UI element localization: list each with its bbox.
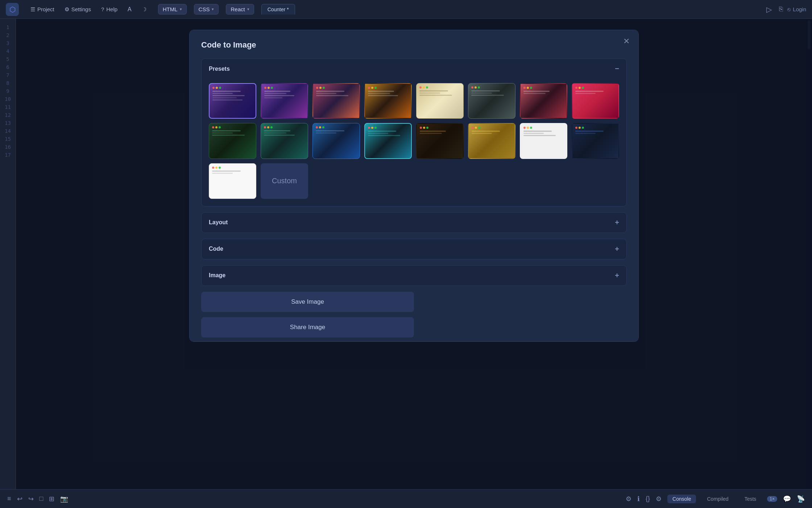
line-10: 10: [0, 95, 16, 103]
bottom-right: ⚙ ℹ {} ⚙ Console Compiled Tests 1× 💬 📡: [626, 495, 805, 503]
preset-card-9[interactable]: [209, 123, 256, 159]
code-header[interactable]: Code +: [202, 239, 626, 259]
presets-section: Presets −: [201, 58, 627, 206]
nav-project[interactable]: ☰ Project: [26, 4, 59, 15]
code-label: Code: [209, 246, 223, 252]
preset-preview-4: [368, 87, 408, 115]
presets-header[interactable]: Presets −: [202, 59, 626, 79]
preset-preview-5: [419, 86, 460, 115]
save-image-button[interactable]: Save Image: [201, 292, 414, 312]
preset-card-13[interactable]: [416, 123, 464, 159]
line-11: 11: [0, 103, 16, 111]
code-section: Code +: [201, 239, 627, 259]
preset-card-12[interactable]: [364, 123, 412, 159]
line-8: 8: [0, 79, 16, 87]
login-icon: ⎋: [787, 6, 791, 12]
preset-preview-2: [264, 87, 304, 115]
compiled-tab[interactable]: Compiled: [702, 495, 733, 503]
preset-preview-7: [523, 87, 564, 115]
share-button[interactable]: ⎘: [779, 5, 783, 13]
broadcast-icon[interactable]: 📡: [797, 495, 805, 503]
preset-card-2[interactable]: [261, 83, 308, 119]
app-logo[interactable]: ⬡: [6, 3, 19, 16]
preset-preview-13: [420, 127, 460, 155]
chat-icon[interactable]: 💬: [783, 495, 791, 503]
preset-card-17[interactable]: [209, 163, 256, 199]
preset-card-3[interactable]: [312, 83, 360, 119]
preset-preview-14: [472, 127, 512, 155]
html-arrow-icon: ▾: [180, 7, 182, 12]
preset-preview-3: [316, 87, 356, 115]
gear-icon[interactable]: ⚙: [656, 495, 662, 503]
image-section: Image +: [201, 265, 627, 286]
console-tab[interactable]: Console: [667, 495, 696, 503]
presets-grid: Custom: [202, 79, 626, 206]
layout-toggle-icon: +: [615, 218, 619, 227]
preset-preview-1: [212, 87, 253, 115]
top-bar-right: ▷ ⎘ ⎋ Login: [763, 4, 806, 15]
settings-small-icon[interactable]: ⚙: [626, 495, 631, 503]
layout-header[interactable]: Layout +: [202, 213, 626, 233]
line-14: 14: [0, 127, 16, 135]
nav-translate[interactable]: A: [123, 4, 136, 15]
line-9: 9: [0, 87, 16, 95]
braces-icon[interactable]: {}: [646, 495, 650, 503]
line-15: 15: [0, 135, 16, 143]
line-13: 13: [0, 119, 16, 127]
image-header[interactable]: Image +: [202, 266, 626, 286]
preset-custom-card[interactable]: Custom: [261, 163, 308, 199]
custom-label: Custom: [272, 177, 297, 185]
share-image-button[interactable]: Share Image: [201, 317, 414, 337]
image-label: Image: [209, 272, 225, 279]
preset-preview-9: [212, 126, 253, 155]
preset-preview-17: [212, 167, 253, 196]
nav-settings[interactable]: ⚙ Settings: [60, 4, 95, 15]
preset-card-7[interactable]: [520, 83, 567, 119]
line-16: 16: [0, 143, 16, 151]
preset-card-5[interactable]: [416, 83, 464, 119]
preset-preview-10: [264, 126, 305, 155]
redo-icon[interactable]: ↪: [28, 495, 34, 503]
close-button[interactable]: ✕: [623, 37, 630, 45]
modal-title: Code to Image: [201, 40, 627, 50]
top-bar: ⬡ ☰ Project ⚙ Settings ? Help A ☽ HTML ▾…: [0, 0, 812, 19]
undo-icon[interactable]: ↩: [17, 495, 22, 503]
preset-preview-8: [575, 87, 616, 115]
translate-icon: A: [128, 6, 132, 13]
line-5: 5: [0, 55, 16, 63]
html-dropdown[interactable]: HTML ▾: [158, 4, 187, 15]
react-label: React: [231, 6, 245, 12]
active-file-tab[interactable]: Counter *: [261, 4, 295, 15]
preset-card-6[interactable]: [468, 83, 515, 119]
main-area: 1 2 3 4 5 6 7 8 9 10 11 12 13 14 15 16 1…: [0, 19, 812, 489]
copy-icon[interactable]: □: [40, 495, 44, 503]
css-dropdown[interactable]: CSS ▾: [194, 4, 219, 15]
preset-preview-16: [575, 127, 616, 155]
html-label: HTML: [163, 6, 178, 12]
error-badge: 1×: [767, 496, 777, 502]
format-icon[interactable]: ≡: [7, 495, 11, 503]
info-icon[interactable]: ℹ: [637, 495, 640, 503]
preset-card-16[interactable]: [572, 123, 619, 159]
preset-card-4[interactable]: [364, 83, 412, 119]
nav-help[interactable]: ? Help: [97, 4, 122, 15]
login-button[interactable]: ⎋ Login: [787, 6, 806, 12]
preset-card-10[interactable]: [261, 123, 308, 159]
nav-theme[interactable]: ☽: [137, 4, 151, 15]
modal-overlay: Code to Image ✕ Presets −: [16, 19, 812, 489]
css-label: CSS: [199, 6, 210, 12]
preset-card-11[interactable]: [312, 123, 360, 159]
layout-section: Layout +: [201, 212, 627, 233]
preset-card-14[interactable]: [468, 123, 515, 159]
preset-card-1[interactable]: [209, 83, 256, 119]
preset-preview-11: [316, 126, 357, 155]
grid-icon[interactable]: ⊞: [49, 495, 54, 503]
preset-card-8[interactable]: [572, 83, 619, 119]
line-4: 4: [0, 47, 16, 55]
code-to-image-modal: Code to Image ✕ Presets −: [189, 30, 639, 342]
preset-card-15[interactable]: [520, 123, 567, 159]
tests-tab[interactable]: Tests: [740, 495, 762, 503]
camera-icon[interactable]: 📷: [60, 495, 68, 503]
react-dropdown[interactable]: React ▾: [226, 4, 254, 15]
run-button[interactable]: ▷: [763, 4, 775, 15]
